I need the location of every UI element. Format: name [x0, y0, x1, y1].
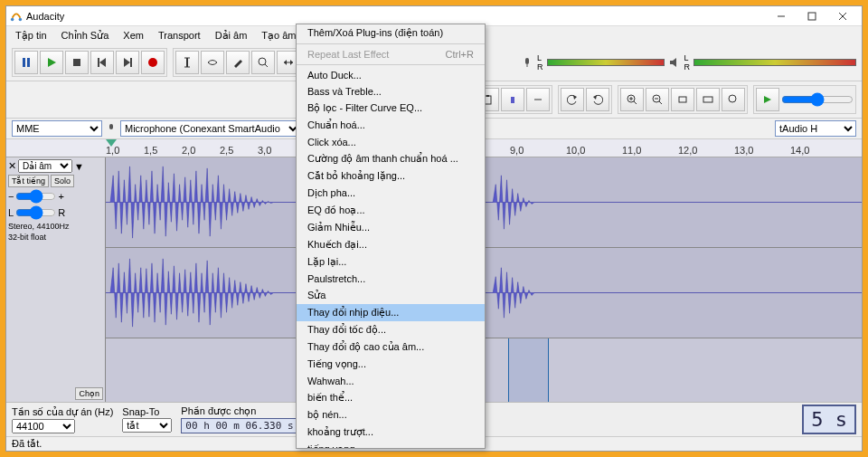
effect-item[interactable]: Wahwah...	[297, 373, 485, 389]
svg-point-14	[148, 58, 157, 67]
menu-transport[interactable]: Transport	[151, 28, 208, 43]
svg-marker-12	[124, 58, 130, 67]
effect-item[interactable]: EQ đồ hoạ...	[297, 202, 485, 219]
effect-item[interactable]: Click xóa...	[297, 134, 485, 150]
effect-item[interactable]: Sửa	[297, 287, 485, 304]
selection-label: Phần được chọn	[181, 405, 297, 417]
snap-to-label: Snap-To	[122, 406, 172, 417]
project-rate-label: Tần số của dự án (Hz)	[12, 406, 113, 418]
effect-item[interactable]: khoảng trượt...	[297, 424, 485, 441]
svg-point-1	[19, 17, 23, 21]
effect-item[interactable]: Lặp lại...	[297, 253, 485, 271]
effect-item[interactable]: Giảm Nhiễu...	[297, 219, 485, 236]
track-menu-select[interactable]: Dải âm	[18, 159, 72, 173]
svg-point-0	[11, 17, 14, 21]
menu-tập-tin[interactable]: Tập tin	[8, 28, 54, 43]
zoom-tool-button[interactable]	[251, 51, 275, 74]
effect-item: Repeat Last EffectCtrl+R	[297, 46, 485, 62]
redo-button[interactable]	[586, 88, 609, 111]
effect-item[interactable]: Thay đổi nhịp điệu...	[297, 304, 485, 321]
zoom-out-button[interactable]	[646, 88, 669, 111]
svg-rect-11	[98, 58, 99, 67]
mute-button[interactable]: Tắt tiếng	[8, 175, 49, 187]
selection-start-time[interactable]: 00 h 00 m 06.330 s	[181, 418, 297, 433]
gain-slider[interactable]	[15, 189, 56, 204]
effect-item[interactable]: bộ nén...	[297, 406, 485, 424]
effect-item[interactable]: Paulstretch...	[297, 271, 485, 287]
svg-marker-8	[48, 58, 56, 67]
effect-item[interactable]: Chuẩn hoá...	[297, 117, 485, 134]
svg-rect-3	[808, 13, 816, 20]
menu-chỉnh-sửa[interactable]: Chỉnh Sửa	[54, 28, 117, 43]
effect-item[interactable]: Bộ lọc - Filter Curve EQ...	[297, 100, 485, 117]
svg-rect-13	[130, 58, 132, 67]
envelope-tool-button[interactable]	[201, 51, 224, 74]
undo-button[interactable]	[561, 88, 584, 111]
effect-item[interactable]: Thêm/Xoá Plug-ins (điện toán)	[297, 24, 485, 42]
silence-button[interactable]	[526, 88, 550, 111]
skip-end-button[interactable]	[116, 51, 139, 74]
pause-button[interactable]	[14, 51, 38, 74]
snap-to-select[interactable]: tắt	[122, 418, 172, 433]
svg-marker-26	[670, 58, 676, 67]
playback-speed-slider[interactable]	[781, 92, 854, 107]
effect-item[interactable]: tiếng vọng...	[297, 441, 485, 449]
track-select-button[interactable]: Chọn	[75, 387, 103, 400]
zoom-in-button[interactable]	[620, 88, 644, 111]
recording-device-select[interactable]: Microphone (Conexant SmartAudio	[120, 120, 301, 137]
svg-rect-24	[525, 58, 529, 64]
effect-item[interactable]: Auto Duck...	[297, 67, 485, 83]
audio-position-display[interactable]: 5 s	[802, 405, 856, 434]
effect-item[interactable]: Tiếng vọng...	[297, 356, 485, 373]
track-close-icon[interactable]: ✕	[8, 160, 16, 172]
menu-xem[interactable]: Xem	[116, 28, 151, 43]
effect-item[interactable]: Dịch pha...	[297, 185, 485, 202]
effect-item[interactable]: Thay đổi tốc độ...	[297, 321, 485, 338]
app-title: Audacity	[26, 11, 64, 22]
effects-menu-dropdown: Thêm/Xoá Plug-ins (điện toán)Repeat Last…	[296, 24, 486, 449]
record-button[interactable]	[141, 51, 165, 74]
svg-rect-44	[679, 97, 686, 102]
svg-rect-31	[485, 96, 491, 104]
zoom-fit-sel-button[interactable]	[671, 88, 694, 111]
play-at-speed-button[interactable]	[756, 88, 779, 111]
effect-item[interactable]: Cường độ âm thanh chuẩn hoá ...	[297, 150, 485, 167]
maximize-button[interactable]	[797, 7, 827, 25]
svg-marker-47	[764, 96, 771, 103]
effect-item[interactable]: biến thể...	[297, 389, 485, 406]
project-rate-select[interactable]: 44100	[12, 419, 75, 433]
svg-marker-21	[284, 60, 287, 65]
app-window: Audacity Tập tinChỉnh SửaXemTransportDải…	[5, 5, 863, 452]
transport-group	[12, 48, 167, 77]
play-button[interactable]	[40, 51, 63, 74]
close-button[interactable]	[827, 7, 858, 25]
svg-rect-9	[73, 59, 80, 66]
effect-item[interactable]: Bass và Treble...	[297, 83, 485, 100]
pan-slider[interactable]	[15, 205, 56, 220]
track-collapse-icon[interactable]: ▼	[74, 161, 84, 172]
zoom-fit-button[interactable]	[696, 88, 720, 111]
trim-button[interactable]	[501, 88, 524, 111]
track-control-panel: ✕Dải âm▼ Tắt tiếngSolo −+ LR Stereo, 441…	[6, 157, 106, 402]
effect-item[interactable]: Khuếch đại...	[297, 236, 485, 253]
draw-tool-button[interactable]	[226, 51, 250, 74]
record-meter[interactable]	[547, 59, 665, 66]
track-info: Stereo, 44100Hz	[8, 222, 103, 231]
svg-rect-48	[109, 124, 113, 129]
track-info2: 32-bit float	[8, 233, 103, 242]
minimize-button[interactable]	[766, 7, 797, 25]
stop-button[interactable]	[65, 51, 89, 74]
zoom-toggle-button[interactable]	[722, 88, 745, 111]
effect-item[interactable]: Cắt bỏ khoảng lặng...	[297, 167, 485, 185]
playback-meter[interactable]	[693, 59, 856, 66]
audio-host-select[interactable]: MME	[12, 120, 102, 137]
playback-device-select[interactable]: tAudio H	[775, 120, 856, 137]
solo-button[interactable]: Solo	[51, 175, 74, 187]
effect-item[interactable]: Thay đổi độ cao của âm...	[297, 338, 485, 356]
svg-point-18	[259, 58, 266, 65]
status-text: Đã tắt.	[12, 438, 42, 450]
svg-line-19	[265, 64, 268, 67]
selection-tool-button[interactable]	[175, 51, 199, 74]
menu-dải-âm[interactable]: Dải âm	[208, 28, 255, 43]
skip-start-button[interactable]	[90, 51, 114, 74]
